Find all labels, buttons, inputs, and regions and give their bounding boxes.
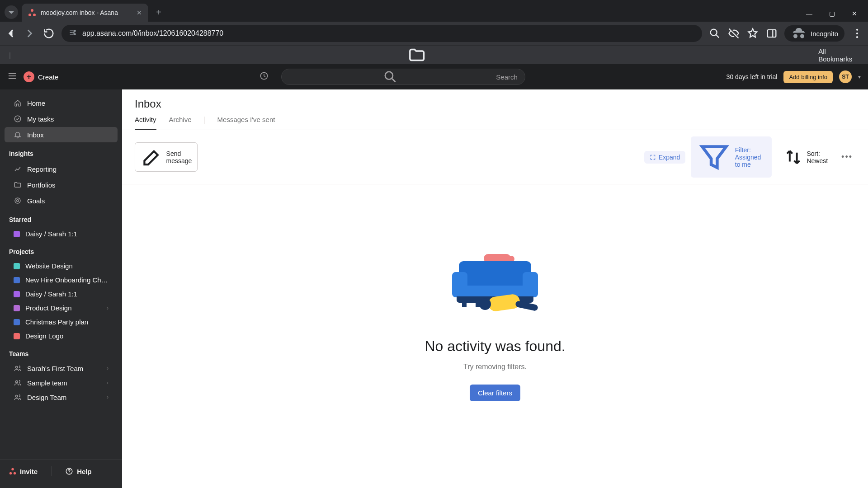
create-button[interactable]: + Create <box>24 71 58 82</box>
sort-label: Sort: Newest <box>807 150 828 164</box>
sidebar-item-website-design[interactable]: Website Design <box>5 259 118 273</box>
sidebar-item-daisy-sarah-1-1[interactable]: Daisy / Sarah 1:1 <box>5 227 118 241</box>
sidebar-item-my-tasks[interactable]: My tasks <box>5 111 118 127</box>
incognito-icon <box>791 25 807 42</box>
svg-point-6 <box>856 33 858 34</box>
empty-state-title: No activity was found. <box>425 338 565 355</box>
browser-tabstrip: moodjoy.com inbox - Asana ✕ + ― ▢ ✕ <box>0 0 868 22</box>
svg-point-14 <box>16 381 18 383</box>
tab-archive[interactable]: Archive <box>169 116 192 130</box>
incognito-label: Incognito <box>811 30 838 38</box>
chevron-right-icon: › <box>107 305 108 311</box>
side-panel-icon[interactable] <box>765 27 778 40</box>
chart-icon <box>14 165 22 173</box>
sidebar-item-label: Website Design <box>25 262 108 270</box>
project-color-icon <box>14 231 20 237</box>
avatar-dropdown-icon[interactable]: ▾ <box>858 74 861 80</box>
main-content: Inbox Activity Archive Messages I've sen… <box>122 89 868 488</box>
page-title: Inbox <box>135 98 855 110</box>
send-message-label: Send message <box>166 150 192 164</box>
filter-button[interactable]: Filter: Assigned to me <box>691 136 772 178</box>
footer-separator <box>51 466 52 476</box>
expand-label: Expand <box>659 154 680 161</box>
chevron-right-icon: › <box>107 380 108 386</box>
browser-menu-icon[interactable] <box>851 27 863 40</box>
sidebar-item-sarah-s-first-team[interactable]: Sarah's First Team› <box>5 361 118 375</box>
project-color-icon <box>14 319 20 325</box>
help-icon <box>65 467 73 475</box>
address-bar[interactable]: app.asana.com/0/inbox/1206160204288770 <box>61 25 702 42</box>
sidebar-item-label: Reporting <box>27 165 57 173</box>
empty-illustration <box>443 239 547 320</box>
eye-off-icon[interactable] <box>727 27 740 40</box>
sidebar-item-label: Portfolios <box>27 181 56 189</box>
back-icon[interactable] <box>5 27 17 40</box>
sidebar-item-design-team[interactable]: Design Team› <box>5 390 118 404</box>
section-starred: Starred <box>0 209 122 227</box>
compose-icon <box>141 145 164 169</box>
create-label: Create <box>38 73 58 81</box>
svg-point-12 <box>17 200 19 202</box>
sidebar-toggle-icon[interactable] <box>7 71 17 83</box>
user-avatar[interactable]: ST <box>839 70 852 83</box>
reload-icon[interactable] <box>42 27 55 40</box>
send-message-button[interactable]: Send message <box>135 142 198 172</box>
target-icon <box>14 197 22 205</box>
sidebar-item-label: Sample team <box>27 379 101 387</box>
sidebar-item-portfolios[interactable]: Portfolios <box>5 177 118 192</box>
clear-filters-button[interactable]: Clear filters <box>470 385 520 401</box>
home-icon <box>14 99 22 107</box>
folder-icon <box>14 181 22 189</box>
tab-activity[interactable]: Activity <box>135 116 156 130</box>
add-billing-button[interactable]: Add billing info <box>783 71 833 83</box>
new-tab-button[interactable]: + <box>151 5 166 20</box>
chevron-right-icon: › <box>107 365 108 371</box>
svg-point-10 <box>14 116 21 122</box>
forward-icon[interactable] <box>24 27 36 40</box>
invite-label: Invite <box>20 468 38 475</box>
bell-icon <box>14 131 22 139</box>
sidebar-item-new-hire-onboarding-ch-[interactable]: New Hire Onboarding Ch… <box>5 273 118 287</box>
window-close-icon[interactable]: ✕ <box>850 10 859 17</box>
window-maximize-icon[interactable]: ▢ <box>827 10 836 17</box>
team-icon <box>14 379 22 387</box>
sidebar-item-design-logo[interactable]: Design Logo <box>5 329 118 343</box>
help-button[interactable]: Help <box>65 467 92 475</box>
folder-icon <box>19 46 815 64</box>
sidebar-item-christmas-party-plan[interactable]: Christmas Party plan <box>5 315 118 329</box>
tab-close-icon[interactable]: ✕ <box>137 9 142 16</box>
window-minimize-icon[interactable]: ― <box>805 10 814 17</box>
team-icon <box>14 364 22 372</box>
svg-point-11 <box>15 198 20 203</box>
sidebar-item-daisy-sarah-1-1[interactable]: Daisy / Sarah 1:1 <box>5 287 118 301</box>
sidebar-item-product-design[interactable]: Product Design› <box>5 301 118 315</box>
sidebar-item-goals[interactable]: Goals <box>5 193 118 208</box>
project-color-icon <box>14 333 20 339</box>
search-input[interactable]: Search <box>281 69 525 85</box>
filter-icon <box>696 139 732 175</box>
history-icon[interactable] <box>259 71 269 82</box>
sidebar-item-sample-team[interactable]: Sample team› <box>5 375 118 390</box>
check-circle-icon <box>14 115 22 123</box>
sidebar-item-inbox[interactable]: Inbox <box>5 127 118 142</box>
all-bookmarks-link[interactable]: All Bookmarks <box>818 47 859 63</box>
tab-messages-sent[interactable]: Messages I've sent <box>217 116 275 130</box>
filter-label: Filter: Assigned to me <box>735 146 766 168</box>
site-settings-icon[interactable] <box>69 28 77 38</box>
search-icon[interactable] <box>708 27 721 40</box>
expand-button[interactable]: Expand <box>644 151 685 164</box>
incognito-indicator[interactable]: Incognito <box>784 25 844 42</box>
sidebar-item-reporting[interactable]: Reporting <box>5 161 118 177</box>
browser-tab[interactable]: moodjoy.com inbox - Asana ✕ <box>22 4 148 22</box>
tab-search-button[interactable] <box>5 5 18 19</box>
svg-point-5 <box>856 29 858 31</box>
svg-rect-4 <box>768 30 776 37</box>
sidebar-item-home[interactable]: Home <box>5 95 118 111</box>
sort-button[interactable]: Sort: Newest <box>777 144 833 170</box>
more-actions-icon[interactable]: ••• <box>839 150 855 164</box>
project-color-icon <box>14 263 20 269</box>
asana-favicon-icon <box>28 9 36 17</box>
sidebar-item-label: Daisy / Sarah 1:1 <box>25 290 108 298</box>
bookmark-star-icon[interactable] <box>746 27 759 40</box>
invite-button[interactable]: Invite <box>9 468 38 475</box>
